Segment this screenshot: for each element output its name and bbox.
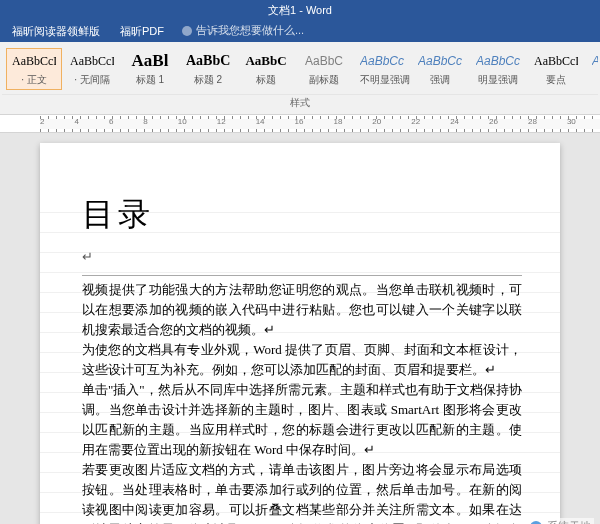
lightbulb-icon (182, 26, 192, 36)
body-paragraph[interactable]: 视频提供了功能强大的方法帮助您证明您的观点。当您单击联机视频时，可以在想要添加的… (82, 280, 522, 340)
body-paragraph[interactable]: 单击"插入"，然后从不同库中选择所需元素。主题和样式也有助于文档保持协调。当您单… (82, 380, 522, 460)
tell-me[interactable]: 告诉我您想要做什么... (174, 19, 312, 42)
ruler-number: 14 (256, 117, 265, 126)
styles-gallery[interactable]: AaBbCcD· 正文AaBbCcD· 无间隔AaBl标题 1AaBbC标题 2… (2, 46, 598, 92)
ruler-number: 10 (178, 117, 187, 126)
style-label: 标题 1 (128, 73, 172, 87)
body-paragraph[interactable]: 若要更改图片适应文档的方式，请单击该图片，图片旁边将会显示布局选项按钮。当处理表… (82, 460, 522, 524)
style-preview: AaBbCcD (12, 52, 56, 72)
ruler-numbers: 246810121416182022242628303234363840 (40, 117, 600, 126)
ruler-number: 24 (450, 117, 459, 126)
style-item-0[interactable]: AaBbCcD· 正文 (6, 48, 62, 90)
watermark-text: 系统天地 (547, 520, 591, 524)
ruler-number: 8 (143, 117, 147, 126)
style-preview: AaBbCcD (476, 52, 520, 72)
style-preview: AaBbC (186, 52, 230, 72)
watermark: 系统天地 (527, 518, 594, 524)
horizontal-ruler[interactable]: 246810121416182022242628303234363840 (0, 115, 600, 133)
ruler-number: 16 (295, 117, 304, 126)
ribbon-group-label: 样式 (2, 94, 598, 112)
style-label: · 无间隔 (70, 73, 114, 87)
tell-me-placeholder: 告诉我您想要做什么... (196, 23, 304, 38)
style-preview: AaBbC (302, 52, 346, 72)
tab-foxit-pdf[interactable]: 福昕PDF (110, 20, 174, 42)
style-item-8[interactable]: AaBbCcD明显强调 (470, 48, 526, 90)
style-label: 标题 2 (186, 73, 230, 87)
style-label: 副标题 (302, 73, 346, 87)
toc-heading[interactable]: 目录 (82, 193, 522, 237)
document-area: 目录 ↵ 视频提供了功能强大的方法帮助您证明您的观点。当您单击联机视频时，可以在… (0, 133, 600, 524)
style-item-2[interactable]: AaBl标题 1 (122, 48, 178, 90)
style-preview: AaBl (128, 52, 172, 72)
ruler-number: 22 (411, 117, 420, 126)
style-preview: AaBbCcD (70, 52, 114, 72)
ruler-number: 26 (489, 117, 498, 126)
style-preview: AaBbCcD (592, 52, 598, 72)
style-item-4[interactable]: AaBbC标题 (238, 48, 294, 90)
style-item-1[interactable]: AaBbCcD· 无间隔 (64, 48, 120, 90)
style-item-9[interactable]: AaBbCcD要点 (528, 48, 584, 90)
tab-foxit-reader[interactable]: 福昕阅读器领鲜版 (2, 20, 110, 42)
ruler-number: 12 (217, 117, 226, 126)
style-item-5[interactable]: AaBbC副标题 (296, 48, 352, 90)
window-title: 文档1 - Word (268, 3, 332, 18)
ruler-number: 28 (528, 117, 537, 126)
style-item-3[interactable]: AaBbC标题 2 (180, 48, 236, 90)
ruler-number: 4 (74, 117, 78, 126)
style-preview: AaBbCcD (360, 52, 404, 72)
style-label: 强调 (418, 73, 462, 87)
style-label: · 正文 (12, 73, 56, 87)
ribbon-styles-group: AaBbCcD· 正文AaBbCcD· 无间隔AaBl标题 1AaBbC标题 2… (0, 42, 600, 115)
ruler-number: 30 (567, 117, 576, 126)
style-preview: AaBbC (244, 52, 288, 72)
separator (82, 275, 522, 276)
ruler-number: 2 (40, 117, 44, 126)
style-item-6[interactable]: AaBbCcD不明显强调 (354, 48, 410, 90)
ruler-number: 18 (333, 117, 342, 126)
title-bar: 文档1 - Word (0, 0, 600, 20)
page[interactable]: 目录 ↵ 视频提供了功能强大的方法帮助您证明您的观点。当您单击联机视频时，可以在… (40, 143, 560, 524)
style-preview: AaBbCcD (418, 52, 462, 72)
style-label: 不明显强调 (360, 73, 404, 87)
ruler-number: 6 (109, 117, 113, 126)
style-item-10[interactable]: AaBbCcD引用 (586, 48, 598, 90)
paragraph-mark: ↵ (82, 249, 522, 265)
ribbon-tabs: 福昕阅读器领鲜版 福昕PDF 告诉我您想要做什么... (0, 20, 600, 42)
style-label: 明显强调 (476, 73, 520, 87)
body-paragraph[interactable]: 为使您的文档具有专业外观，Word 提供了页眉、页脚、封面和文本框设计，这些设计… (82, 340, 522, 380)
style-item-7[interactable]: AaBbCcD强调 (412, 48, 468, 90)
style-label: 引用 (592, 73, 598, 87)
style-label: 要点 (534, 73, 578, 87)
ruler-number: 20 (372, 117, 381, 126)
style-preview: AaBbCcD (534, 52, 578, 72)
style-label: 标题 (244, 73, 288, 87)
